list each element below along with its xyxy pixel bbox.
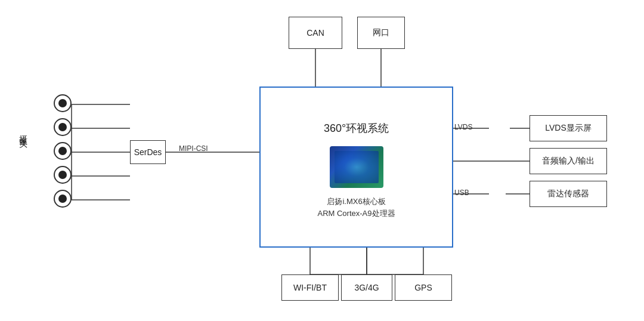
radar-box: 雷达传感器: [530, 181, 607, 207]
camera-4: [54, 166, 72, 184]
processor-label1: 启扬i.MX6核心板: [317, 196, 395, 207]
camera-1: [54, 94, 72, 112]
camera-5: [54, 190, 72, 208]
gps-box: GPS: [395, 274, 452, 301]
usb-connection-label: USB: [454, 189, 469, 197]
can-box: CAN: [289, 17, 342, 49]
camera-3: [54, 142, 72, 160]
system-diagram: 摄像头 SerDes MIPI-CSI CAN 网口 360°环视系统 启扬i.…: [0, 0, 644, 321]
system-title: 360°环视系统: [324, 121, 389, 135]
lvds-connection-label: LVDS: [454, 123, 472, 131]
camera-2: [54, 118, 72, 136]
cellular-box: 3G/4G: [341, 274, 392, 301]
camera-label: 摄像头: [18, 128, 29, 200]
board-image: [330, 146, 383, 188]
processor-label2: ARM Cortex-A9处理器: [317, 208, 395, 219]
mipi-label: MIPI-CSI: [179, 144, 208, 153]
network-box: 网口: [357, 17, 405, 49]
lvds-display-box: LVDS显示屏: [530, 115, 607, 141]
audio-box: 音频输入/输出: [530, 148, 607, 174]
serdes-box: SerDes: [130, 140, 166, 164]
wifi-box: WI-FI/BT: [281, 274, 339, 301]
center-system-box: 360°环视系统 启扬i.MX6核心板 ARM Cortex-A9处理器: [259, 87, 453, 248]
